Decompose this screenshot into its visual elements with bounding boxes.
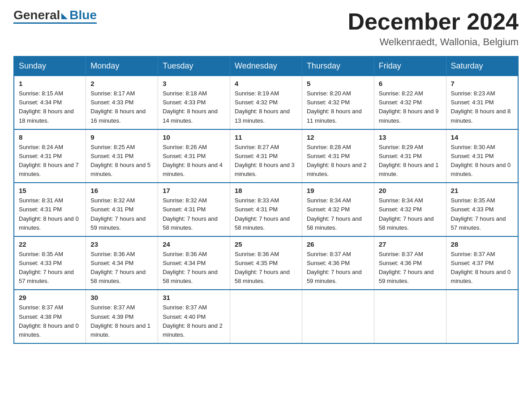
day-number: 8 (19, 133, 81, 141)
table-row: 31 Sunrise: 8:37 AMSunset: 4:40 PMDaylig… (158, 290, 230, 343)
table-row: 28 Sunrise: 8:37 AMSunset: 4:37 PMDaylig… (446, 236, 518, 290)
col-wednesday: Wednesday (230, 56, 302, 76)
location-subtitle: Welkenraedt, Wallonia, Belgium (348, 36, 519, 48)
table-row: 29 Sunrise: 8:37 AMSunset: 4:38 PMDaylig… (14, 290, 86, 343)
table-row: 21 Sunrise: 8:35 AMSunset: 4:33 PMDaylig… (446, 183, 518, 236)
table-row: 20 Sunrise: 8:34 AMSunset: 4:32 PMDaylig… (374, 183, 446, 236)
day-number: 14 (451, 133, 513, 141)
table-row: 22 Sunrise: 8:35 AMSunset: 4:33 PMDaylig… (14, 236, 86, 290)
day-number: 16 (90, 187, 153, 194)
day-number: 7 (451, 80, 513, 87)
day-number: 19 (307, 187, 369, 194)
day-number: 28 (451, 240, 513, 248)
table-row: 11 Sunrise: 8:27 AMSunset: 4:31 PMDaylig… (230, 129, 302, 183)
day-info: Sunrise: 8:36 AMSunset: 4:35 PMDaylight:… (235, 250, 297, 286)
logo-general-text: General (13, 9, 60, 21)
day-number: 22 (19, 240, 81, 248)
col-tuesday: Tuesday (158, 56, 230, 76)
calendar-week-row: 29 Sunrise: 8:37 AMSunset: 4:38 PMDaylig… (14, 290, 518, 343)
day-info: Sunrise: 8:23 AMSunset: 4:31 PMDaylight:… (451, 89, 513, 125)
calendar-week-row: 15 Sunrise: 8:31 AMSunset: 4:31 PMDaylig… (14, 183, 518, 236)
day-info: Sunrise: 8:22 AMSunset: 4:32 PMDaylight:… (379, 89, 442, 125)
day-info: Sunrise: 8:37 AMSunset: 4:38 PMDaylight:… (19, 303, 81, 339)
table-row: 18 Sunrise: 8:33 AMSunset: 4:31 PMDaylig… (230, 183, 302, 236)
table-row: 8 Sunrise: 8:24 AMSunset: 4:31 PMDayligh… (14, 129, 86, 183)
table-row: 6 Sunrise: 8:22 AMSunset: 4:32 PMDayligh… (374, 76, 446, 129)
day-info: Sunrise: 8:19 AMSunset: 4:32 PMDaylight:… (235, 89, 297, 125)
day-number: 13 (379, 133, 442, 141)
day-number: 26 (307, 240, 369, 248)
table-row: 23 Sunrise: 8:36 AMSunset: 4:34 PMDaylig… (86, 236, 158, 290)
day-number: 6 (379, 80, 442, 87)
day-number: 21 (451, 187, 513, 194)
day-info: Sunrise: 8:26 AMSunset: 4:31 PMDaylight:… (163, 143, 225, 179)
day-info: Sunrise: 8:17 AMSunset: 4:33 PMDaylight:… (90, 89, 153, 125)
day-info: Sunrise: 8:15 AMSunset: 4:34 PMDaylight:… (19, 89, 81, 125)
day-info: Sunrise: 8:27 AMSunset: 4:31 PMDaylight:… (235, 143, 297, 179)
day-number: 9 (90, 133, 153, 141)
day-info: Sunrise: 8:25 AMSunset: 4:31 PMDaylight:… (90, 143, 153, 179)
day-number: 27 (379, 240, 442, 248)
day-number: 1 (19, 80, 81, 87)
calendar-week-row: 22 Sunrise: 8:35 AMSunset: 4:33 PMDaylig… (14, 236, 518, 290)
logo-underline (13, 22, 97, 24)
day-info: Sunrise: 8:37 AMSunset: 4:40 PMDaylight:… (163, 303, 225, 339)
table-row: 24 Sunrise: 8:36 AMSunset: 4:34 PMDaylig… (158, 236, 230, 290)
table-row: 1 Sunrise: 8:15 AMSunset: 4:34 PMDayligh… (14, 76, 86, 129)
table-row: 14 Sunrise: 8:30 AMSunset: 4:31 PMDaylig… (446, 129, 518, 183)
page-header: General Blue December 2024 Welkenraedt, … (13, 9, 519, 48)
col-friday: Friday (374, 56, 446, 76)
day-number: 17 (163, 187, 225, 194)
table-row: 12 Sunrise: 8:28 AMSunset: 4:31 PMDaylig… (302, 129, 374, 183)
col-sunday: Sunday (14, 56, 86, 76)
col-thursday: Thursday (302, 56, 374, 76)
table-row: 2 Sunrise: 8:17 AMSunset: 4:33 PMDayligh… (86, 76, 158, 129)
table-row: 9 Sunrise: 8:25 AMSunset: 4:31 PMDayligh… (86, 129, 158, 183)
day-number: 23 (90, 240, 153, 248)
table-row: 10 Sunrise: 8:26 AMSunset: 4:31 PMDaylig… (158, 129, 230, 183)
col-saturday: Saturday (446, 56, 518, 76)
day-info: Sunrise: 8:36 AMSunset: 4:34 PMDaylight:… (163, 250, 225, 286)
day-number: 5 (307, 80, 369, 87)
table-row (374, 290, 446, 343)
day-info: Sunrise: 8:18 AMSunset: 4:33 PMDaylight:… (163, 89, 225, 125)
table-row (302, 290, 374, 343)
day-info: Sunrise: 8:37 AMSunset: 4:37 PMDaylight:… (451, 250, 513, 286)
day-info: Sunrise: 8:30 AMSunset: 4:31 PMDaylight:… (451, 143, 513, 179)
table-row: 19 Sunrise: 8:34 AMSunset: 4:32 PMDaylig… (302, 183, 374, 236)
logo: General Blue (13, 9, 97, 24)
day-info: Sunrise: 8:33 AMSunset: 4:31 PMDaylight:… (235, 196, 297, 232)
table-row: 17 Sunrise: 8:32 AMSunset: 4:31 PMDaylig… (158, 183, 230, 236)
table-row (446, 290, 518, 343)
table-row: 26 Sunrise: 8:37 AMSunset: 4:36 PMDaylig… (302, 236, 374, 290)
day-info: Sunrise: 8:36 AMSunset: 4:34 PMDaylight:… (90, 250, 153, 286)
table-row: 30 Sunrise: 8:37 AMSunset: 4:39 PMDaylig… (86, 290, 158, 343)
table-row: 16 Sunrise: 8:32 AMSunset: 4:31 PMDaylig… (86, 183, 158, 236)
day-number: 10 (163, 133, 225, 141)
table-row: 15 Sunrise: 8:31 AMSunset: 4:31 PMDaylig… (14, 183, 86, 236)
table-row: 7 Sunrise: 8:23 AMSunset: 4:31 PMDayligh… (446, 76, 518, 129)
day-number: 31 (163, 294, 225, 301)
day-info: Sunrise: 8:29 AMSunset: 4:31 PMDaylight:… (379, 143, 442, 179)
day-number: 15 (19, 187, 81, 194)
calendar-week-row: 1 Sunrise: 8:15 AMSunset: 4:34 PMDayligh… (14, 76, 518, 129)
day-info: Sunrise: 8:28 AMSunset: 4:31 PMDaylight:… (307, 143, 369, 179)
day-number: 4 (235, 80, 297, 87)
day-info: Sunrise: 8:32 AMSunset: 4:31 PMDaylight:… (90, 196, 153, 232)
day-info: Sunrise: 8:24 AMSunset: 4:31 PMDaylight:… (19, 143, 81, 179)
day-info: Sunrise: 8:34 AMSunset: 4:32 PMDaylight:… (307, 196, 369, 232)
col-monday: Monday (86, 56, 158, 76)
table-row: 3 Sunrise: 8:18 AMSunset: 4:33 PMDayligh… (158, 76, 230, 129)
table-row: 4 Sunrise: 8:19 AMSunset: 4:32 PMDayligh… (230, 76, 302, 129)
day-number: 11 (235, 133, 297, 141)
day-number: 18 (235, 187, 297, 194)
day-info: Sunrise: 8:37 AMSunset: 4:36 PMDaylight:… (379, 250, 442, 286)
day-info: Sunrise: 8:37 AMSunset: 4:39 PMDaylight:… (90, 303, 153, 339)
table-row (230, 290, 302, 343)
calendar-week-row: 8 Sunrise: 8:24 AMSunset: 4:31 PMDayligh… (14, 129, 518, 183)
day-number: 2 (90, 80, 153, 87)
day-number: 20 (379, 187, 442, 194)
day-info: Sunrise: 8:37 AMSunset: 4:36 PMDaylight:… (307, 250, 369, 286)
logo-blue-text: Blue (69, 9, 97, 21)
month-title: December 2024 (348, 9, 519, 34)
